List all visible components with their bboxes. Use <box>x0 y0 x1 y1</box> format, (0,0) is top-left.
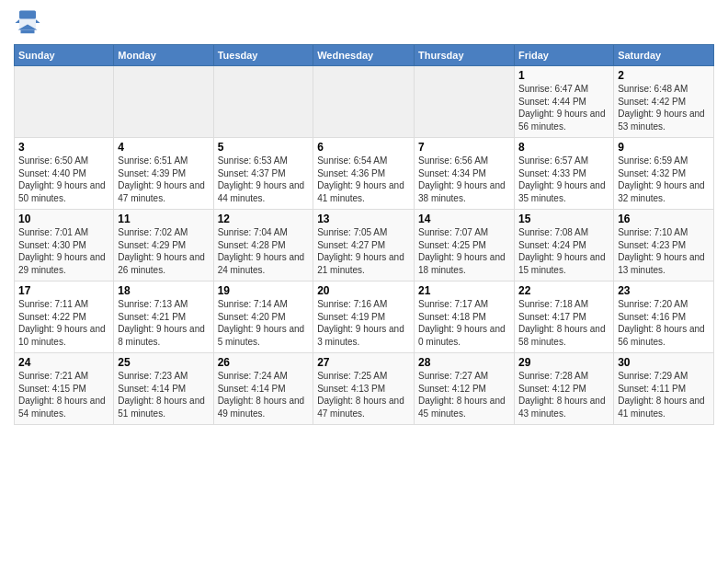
calendar-cell <box>313 66 415 138</box>
header-day-monday: Monday <box>114 45 213 66</box>
day-info: Sunrise: 7:20 AM Sunset: 4:16 PM Dayligh… <box>618 298 710 348</box>
header-day-sunday: Sunday <box>15 45 114 66</box>
calendar-cell: 22Sunrise: 7:18 AM Sunset: 4:17 PM Dayli… <box>514 282 613 353</box>
day-number: 10 <box>18 213 109 225</box>
day-number: 12 <box>218 213 310 225</box>
day-info: Sunrise: 7:13 AM Sunset: 4:21 PM Dayligh… <box>118 298 209 348</box>
day-info: Sunrise: 6:56 AM Sunset: 4:34 PM Dayligh… <box>418 155 510 204</box>
calendar-cell: 10Sunrise: 7:01 AM Sunset: 4:30 PM Dayli… <box>15 210 114 282</box>
calendar-cell: 15Sunrise: 7:08 AM Sunset: 4:24 PM Dayli… <box>514 210 613 282</box>
day-number: 25 <box>118 356 209 369</box>
day-info: Sunrise: 7:05 AM Sunset: 4:27 PM Dayligh… <box>317 226 410 276</box>
day-info: Sunrise: 6:59 AM Sunset: 4:32 PM Dayligh… <box>618 155 710 204</box>
calendar-cell: 12Sunrise: 7:04 AM Sunset: 4:28 PM Dayli… <box>213 210 313 282</box>
calendar-cell: 17Sunrise: 7:11 AM Sunset: 4:22 PM Dayli… <box>15 282 114 353</box>
calendar-cell: 8Sunrise: 6:57 AM Sunset: 4:33 PM Daylig… <box>514 138 613 210</box>
day-info: Sunrise: 6:50 AM Sunset: 4:40 PM Dayligh… <box>18 155 109 204</box>
day-number: 29 <box>518 356 609 369</box>
day-info: Sunrise: 6:51 AM Sunset: 4:39 PM Dayligh… <box>118 155 209 204</box>
calendar-cell: 5Sunrise: 6:53 AM Sunset: 4:37 PM Daylig… <box>213 138 313 210</box>
day-number: 5 <box>218 141 310 154</box>
week-row: 3Sunrise: 6:50 AM Sunset: 4:40 PM Daylig… <box>15 138 714 210</box>
calendar-table: SundayMondayTuesdayWednesdayThursdayFrid… <box>14 44 714 425</box>
calendar-cell: 13Sunrise: 7:05 AM Sunset: 4:27 PM Dayli… <box>313 210 415 282</box>
header-row: SundayMondayTuesdayWednesdayThursdayFrid… <box>15 45 714 66</box>
day-info: Sunrise: 7:11 AM Sunset: 4:22 PM Dayligh… <box>18 298 109 348</box>
logo <box>14 9 45 37</box>
calendar-cell: 16Sunrise: 7:10 AM Sunset: 4:23 PM Dayli… <box>614 210 714 282</box>
day-info: Sunrise: 7:25 AM Sunset: 4:13 PM Dayligh… <box>317 370 410 419</box>
day-number: 16 <box>618 213 710 225</box>
calendar-cell: 27Sunrise: 7:25 AM Sunset: 4:13 PM Dayli… <box>313 353 415 425</box>
day-info: Sunrise: 7:27 AM Sunset: 4:12 PM Dayligh… <box>418 370 510 419</box>
day-info: Sunrise: 7:17 AM Sunset: 4:18 PM Dayligh… <box>418 298 510 348</box>
calendar-cell: 2Sunrise: 6:48 AM Sunset: 4:42 PM Daylig… <box>614 66 714 138</box>
day-number: 22 <box>518 284 609 297</box>
calendar-cell: 21Sunrise: 7:17 AM Sunset: 4:18 PM Dayli… <box>415 282 515 353</box>
calendar-cell <box>15 66 114 138</box>
week-row: 1Sunrise: 6:47 AM Sunset: 4:44 PM Daylig… <box>15 66 714 138</box>
day-number: 8 <box>518 141 609 154</box>
day-info: Sunrise: 7:02 AM Sunset: 4:29 PM Dayligh… <box>118 226 209 276</box>
day-number: 28 <box>418 356 510 369</box>
day-number: 14 <box>418 213 510 225</box>
calendar-cell: 19Sunrise: 7:14 AM Sunset: 4:20 PM Dayli… <box>213 282 313 353</box>
day-info: Sunrise: 7:21 AM Sunset: 4:15 PM Dayligh… <box>18 370 109 419</box>
calendar-cell: 6Sunrise: 6:54 AM Sunset: 4:36 PM Daylig… <box>313 138 415 210</box>
calendar-cell: 26Sunrise: 7:24 AM Sunset: 4:14 PM Dayli… <box>213 353 313 425</box>
calendar-cell <box>415 66 515 138</box>
calendar-cell: 20Sunrise: 7:16 AM Sunset: 4:19 PM Dayli… <box>313 282 415 353</box>
svg-rect-4 <box>19 11 36 19</box>
day-number: 26 <box>218 356 310 369</box>
calendar-cell: 24Sunrise: 7:21 AM Sunset: 4:15 PM Dayli… <box>15 353 114 425</box>
day-info: Sunrise: 6:47 AM Sunset: 4:44 PM Dayligh… <box>518 83 609 132</box>
calendar-cell: 4Sunrise: 6:51 AM Sunset: 4:39 PM Daylig… <box>114 138 213 210</box>
day-number: 17 <box>18 284 109 297</box>
day-number: 21 <box>418 284 510 297</box>
day-number: 3 <box>18 141 109 154</box>
day-info: Sunrise: 7:08 AM Sunset: 4:24 PM Dayligh… <box>518 226 609 276</box>
day-info: Sunrise: 7:04 AM Sunset: 4:28 PM Dayligh… <box>218 226 310 276</box>
week-row: 17Sunrise: 7:11 AM Sunset: 4:22 PM Dayli… <box>15 282 714 353</box>
day-info: Sunrise: 7:29 AM Sunset: 4:11 PM Dayligh… <box>618 370 710 419</box>
page-container: SundayMondayTuesdayWednesdayThursdayFrid… <box>0 0 728 430</box>
day-info: Sunrise: 6:53 AM Sunset: 4:37 PM Dayligh… <box>218 155 310 204</box>
calendar-cell: 18Sunrise: 7:13 AM Sunset: 4:21 PM Dayli… <box>114 282 213 353</box>
calendar-cell <box>213 66 313 138</box>
calendar-cell: 29Sunrise: 7:28 AM Sunset: 4:12 PM Dayli… <box>514 353 613 425</box>
day-number: 1 <box>518 69 609 82</box>
day-number: 13 <box>317 213 410 225</box>
day-info: Sunrise: 6:48 AM Sunset: 4:42 PM Dayligh… <box>618 83 710 132</box>
day-number: 11 <box>118 213 209 225</box>
calendar-cell: 25Sunrise: 7:23 AM Sunset: 4:14 PM Dayli… <box>114 353 213 425</box>
week-row: 10Sunrise: 7:01 AM Sunset: 4:30 PM Dayli… <box>15 210 714 282</box>
day-number: 7 <box>418 141 510 154</box>
header-day-thursday: Thursday <box>415 45 515 66</box>
day-number: 15 <box>518 213 609 225</box>
logo-icon <box>14 9 41 37</box>
day-number: 2 <box>618 69 710 82</box>
day-number: 6 <box>317 141 410 154</box>
day-number: 9 <box>618 141 710 154</box>
day-info: Sunrise: 6:57 AM Sunset: 4:33 PM Dayligh… <box>518 155 609 204</box>
calendar-cell: 23Sunrise: 7:20 AM Sunset: 4:16 PM Dayli… <box>614 282 714 353</box>
day-number: 18 <box>118 284 209 297</box>
calendar-cell: 3Sunrise: 6:50 AM Sunset: 4:40 PM Daylig… <box>15 138 114 210</box>
day-number: 20 <box>317 284 410 297</box>
day-number: 23 <box>618 284 710 297</box>
calendar-cell <box>114 66 213 138</box>
calendar-cell: 14Sunrise: 7:07 AM Sunset: 4:25 PM Dayli… <box>415 210 515 282</box>
day-info: Sunrise: 7:07 AM Sunset: 4:25 PM Dayligh… <box>418 226 510 276</box>
day-info: Sunrise: 7:10 AM Sunset: 4:23 PM Dayligh… <box>618 226 710 276</box>
day-number: 19 <box>218 284 310 297</box>
calendar-cell: 30Sunrise: 7:29 AM Sunset: 4:11 PM Dayli… <box>614 353 714 425</box>
day-info: Sunrise: 7:18 AM Sunset: 4:17 PM Dayligh… <box>518 298 609 348</box>
day-info: Sunrise: 7:01 AM Sunset: 4:30 PM Dayligh… <box>18 226 109 276</box>
day-info: Sunrise: 7:14 AM Sunset: 4:20 PM Dayligh… <box>218 298 310 348</box>
header-day-wednesday: Wednesday <box>313 45 415 66</box>
day-info: Sunrise: 7:23 AM Sunset: 4:14 PM Dayligh… <box>118 370 209 419</box>
calendar-cell: 11Sunrise: 7:02 AM Sunset: 4:29 PM Dayli… <box>114 210 213 282</box>
header-day-friday: Friday <box>514 45 613 66</box>
day-info: Sunrise: 7:16 AM Sunset: 4:19 PM Dayligh… <box>317 298 410 348</box>
day-number: 27 <box>317 356 410 369</box>
